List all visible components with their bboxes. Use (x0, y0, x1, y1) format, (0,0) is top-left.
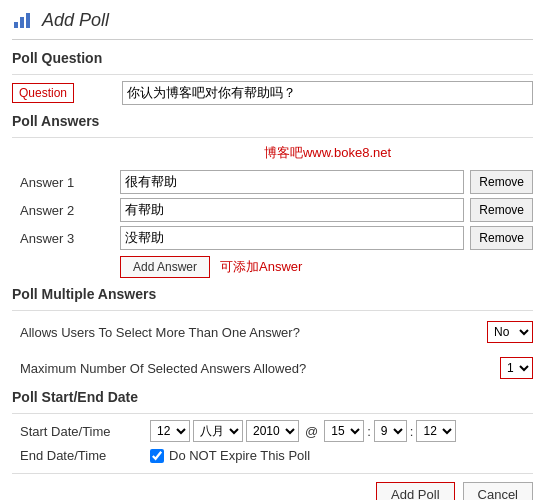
promo-text: 博客吧www.boke8.net (122, 144, 533, 162)
page-title: Add Poll (42, 10, 109, 31)
add-poll-button[interactable]: Add Poll (376, 482, 454, 500)
answer-2-input[interactable] (120, 198, 464, 222)
start-day-select[interactable]: 12 (150, 420, 190, 442)
add-answer-button[interactable]: Add Answer (120, 256, 210, 278)
colon-2: : (410, 424, 414, 439)
svg-rect-2 (26, 13, 30, 28)
answer-3-input[interactable] (120, 226, 464, 250)
answer-3-label: Answer 3 (20, 231, 120, 246)
end-date-label: End Date/Time (20, 448, 150, 463)
svg-rect-1 (20, 17, 24, 28)
allows-select[interactable]: No Yes (487, 321, 533, 343)
question-label: Question (12, 83, 74, 103)
answer-1-label: Answer 1 (20, 175, 120, 190)
poll-question-section-title: Poll Question (12, 50, 533, 66)
start-hour-select[interactable]: 15 (324, 420, 364, 442)
answer-2-label: Answer 2 (20, 203, 120, 218)
expire-checkbox[interactable] (150, 449, 164, 463)
answer-row-1: Answer 1 Remove (20, 170, 533, 194)
can-add-text: 可添加Answer (220, 258, 302, 276)
start-month-select[interactable]: 八月 (193, 420, 243, 442)
answer-1-input[interactable] (120, 170, 464, 194)
chart-icon (12, 8, 34, 33)
remove-answer-2-button[interactable]: Remove (470, 198, 533, 222)
max-label: Maximum Number Of Selected Answers Allow… (20, 361, 500, 376)
remove-answer-3-button[interactable]: Remove (470, 226, 533, 250)
poll-dates-section-title: Poll Start/End Date (12, 389, 533, 405)
max-select[interactable]: 1 2 3 4 5 (500, 357, 533, 379)
start-min-select[interactable]: 9 (374, 420, 407, 442)
colon-1: : (367, 424, 371, 439)
question-input[interactable] (122, 81, 533, 105)
svg-rect-0 (14, 22, 18, 28)
cancel-button[interactable]: Cancel (463, 482, 533, 500)
remove-answer-1-button[interactable]: Remove (470, 170, 533, 194)
poll-multiple-section-title: Poll Multiple Answers (12, 286, 533, 302)
answer-row-2: Answer 2 Remove (20, 198, 533, 222)
start-sec-select[interactable]: 12 (416, 420, 456, 442)
answer-row-3: Answer 3 Remove (20, 226, 533, 250)
start-year-select[interactable]: 2010 (246, 420, 299, 442)
allows-label: Allows Users To Select More Than One Ans… (20, 325, 487, 340)
poll-answers-section-title: Poll Answers (12, 113, 533, 129)
start-date-label: Start Date/Time (20, 424, 150, 439)
expire-text: Do NOT Expire This Poll (169, 448, 310, 463)
at-sign: @ (305, 424, 318, 439)
